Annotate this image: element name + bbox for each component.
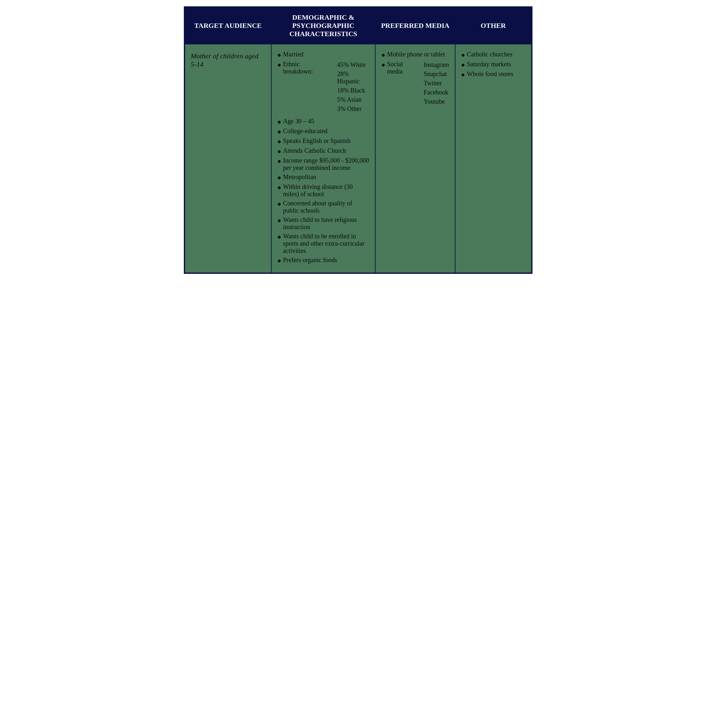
col2-header: DEMOGRAPHIC & PSYCHOGRAPHIC CHARACTERIST… xyxy=(271,7,375,44)
target-audience-cell: Mother of children aged 5-14 xyxy=(185,44,272,273)
target-audience-text: Mother of children aged 5-14 xyxy=(191,52,259,68)
media-sub-item: Instagram xyxy=(424,61,449,68)
demographic-item: ●Attends Catholic Church xyxy=(277,147,369,155)
demographic-item: ●Wants child to have religious instructi… xyxy=(277,216,369,231)
demographic-item: ●Married xyxy=(277,51,369,59)
media-sub-item: Snapchat xyxy=(424,70,449,77)
demographics-list: ●Married●Ethnic breakdown:45% White28% H… xyxy=(277,51,369,264)
demographic-item: ●Age 30 – 45 xyxy=(277,118,369,126)
media-sub-item: Facebook xyxy=(424,89,449,96)
demographic-item: ●Income range $95,000 - $200,000 per yea… xyxy=(277,157,369,171)
other-item: ●Catholic churches xyxy=(461,51,525,59)
preferred-media-cell: ●Mobile phone or tablet●Social mediaInst… xyxy=(375,44,455,273)
col3-header: PREFERRED MEDIA xyxy=(375,7,455,44)
other-list: ●Catholic churches●Saturday markets●Whol… xyxy=(461,51,525,78)
demographic-item: ●Within driving distance (30 miles) of s… xyxy=(277,183,369,198)
demographic-sub-item: 5% Asian xyxy=(337,96,370,103)
demographic-sub-item: 3% Other xyxy=(337,105,370,112)
demographic-sub-item: 18% Black xyxy=(337,87,370,94)
demographic-item: ●Wants child to be enrolled in sports an… xyxy=(277,233,369,255)
col4-header: OTHER xyxy=(455,7,531,44)
demographic-item: ●Concerned about quality of public schoo… xyxy=(277,200,369,214)
demographic-item: ●Metropolitan xyxy=(277,173,369,181)
demographic-item: ●Ethnic breakdown:45% White28% Hispanic1… xyxy=(277,61,369,116)
other-item: ●Saturday markets xyxy=(461,61,525,68)
media-sub-item: Twitter xyxy=(424,80,449,87)
media-sub-item: Youtube xyxy=(424,98,449,105)
media-item: ●Social mediaInstagramSnapchatTwitterFac… xyxy=(381,61,449,108)
demographic-item: ●Speaks English or Spanish xyxy=(277,137,369,145)
demographic-item: ●Prefers organic foods xyxy=(277,256,369,264)
col1-header: TARGET AUDIENCE xyxy=(185,7,272,44)
demographic-sub-item: 45% White xyxy=(337,61,370,68)
media-item: ●Mobile phone or tablet xyxy=(381,51,449,59)
other-item: ●Whole food stores xyxy=(461,70,525,78)
demographics-cell: ●Married●Ethnic breakdown:45% White28% H… xyxy=(271,44,375,273)
other-cell: ●Catholic churches●Saturday markets●Whol… xyxy=(455,44,531,273)
demographic-sub-item: 28% Hispanic xyxy=(337,70,370,85)
media-list: ●Mobile phone or tablet●Social mediaInst… xyxy=(381,51,449,108)
demographic-item: ●College-educated xyxy=(277,127,369,135)
